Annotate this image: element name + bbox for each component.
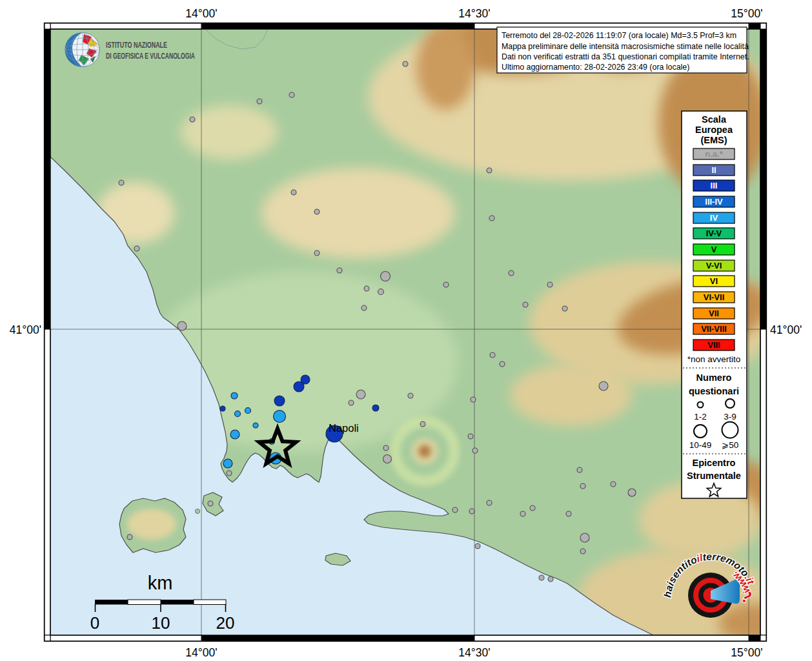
map-data-point-na bbox=[383, 445, 389, 451]
lat-label-right: 41°00' bbox=[770, 323, 802, 336]
info-line-mapdesc: Mappa preliminare delle intensità macros… bbox=[502, 42, 749, 51]
lon-label-top-14-00: 14°00' bbox=[185, 7, 217, 20]
map-data-point-na bbox=[443, 282, 449, 287]
lon-label-bottom-15-00: 15°00' bbox=[731, 646, 762, 659]
map-data-point-na bbox=[487, 168, 492, 173]
scale-tick-20: 20 bbox=[216, 613, 235, 633]
map-data-point-na bbox=[452, 507, 458, 513]
legend-box: Scala Europea (EMS) n.a.* II III III-IV … bbox=[682, 111, 747, 498]
map-area: Napoli km 0 10 20 ? bbox=[50, 13, 789, 646]
info-line-data: Dati non verificati estratti da 351 ques… bbox=[502, 52, 749, 61]
map-data-point-na bbox=[562, 306, 567, 311]
map-data-point-na bbox=[580, 549, 585, 554]
map-data-point-na bbox=[599, 381, 608, 391]
scale-bar-segment bbox=[95, 600, 128, 605]
map-data-point-na bbox=[291, 190, 296, 195]
map-data-point-na bbox=[523, 302, 528, 307]
map-data-point-IV bbox=[223, 459, 232, 468]
map-canvas: Napoli km 0 10 20 ? bbox=[0, 0, 812, 661]
lat-label-left: 41°00' bbox=[10, 323, 41, 336]
lon-label-top-14-30: 14°30' bbox=[458, 7, 490, 20]
map-data-point-na bbox=[577, 467, 582, 473]
map-data-point-na bbox=[134, 246, 139, 251]
info-line-event: Terremoto del 28-02-2026 11:19:07 (ora l… bbox=[502, 31, 736, 40]
map-data-point-na bbox=[314, 209, 320, 214]
legend-title-1: Scala bbox=[702, 114, 727, 125]
legend-footnote: *non avvertito bbox=[687, 354, 741, 364]
legend-swatch-label: III-IV bbox=[705, 197, 723, 207]
map-data-point-na bbox=[383, 455, 392, 463]
map-data-point-na bbox=[487, 500, 492, 505]
map-data-point-na bbox=[471, 397, 476, 402]
map-data-point-na bbox=[178, 321, 187, 330]
ingv-globe-icon bbox=[65, 33, 100, 67]
map-data-point-III bbox=[372, 405, 379, 411]
legend-swatch-label: V-VI bbox=[706, 261, 722, 270]
seismic-intensity-map-page: Napoli km 0 10 20 ? bbox=[0, 0, 812, 661]
legend-swatch-label: II bbox=[711, 165, 716, 175]
map-data-point-na bbox=[566, 511, 571, 516]
map-data-point-na bbox=[490, 352, 495, 358]
scale-bar-segment bbox=[161, 600, 194, 605]
map-data-point-na bbox=[127, 534, 132, 540]
legend-swatch-label: VI bbox=[710, 276, 718, 286]
map-data-point-III bbox=[294, 381, 304, 392]
scale-tick-10: 10 bbox=[152, 613, 170, 633]
legend-size-label-4: ⩾50 bbox=[722, 440, 738, 450]
legend-swatch-label: III bbox=[711, 181, 718, 190]
map-data-point-na bbox=[314, 250, 320, 256]
legend-title-2: Europea bbox=[695, 125, 733, 135]
map-data-point-na bbox=[548, 576, 553, 582]
map-data-point-na bbox=[361, 305, 367, 310]
map-data-point-na bbox=[628, 489, 636, 496]
map-data-point-na bbox=[520, 511, 525, 516]
map-data-point-na bbox=[403, 61, 408, 66]
map-data-point-IV bbox=[230, 430, 239, 439]
scale-bar-segment bbox=[194, 600, 226, 605]
legend-size-label-1: 1-2 bbox=[694, 412, 707, 422]
map-data-point-na bbox=[227, 471, 232, 476]
map-data-point-na bbox=[580, 483, 585, 489]
legend-size-label-3: 10-49 bbox=[689, 440, 712, 450]
lon-label-bottom-14-30: 14°30' bbox=[458, 646, 490, 659]
map-data-point-IV bbox=[274, 411, 286, 423]
legend-size-label-2: 3-9 bbox=[724, 412, 736, 422]
map-data-point-na bbox=[349, 400, 354, 405]
map-data-point-IV bbox=[231, 392, 238, 399]
scale-bar-segment bbox=[128, 600, 161, 605]
map-data-point-na bbox=[500, 361, 505, 367]
vesuvius-crater bbox=[418, 445, 431, 458]
legend-swatch-label: V bbox=[711, 245, 717, 254]
scale-bar-unit: km bbox=[148, 573, 173, 593]
map-data-point-na bbox=[489, 216, 494, 221]
map-data-point-na bbox=[378, 289, 384, 295]
map-data-point-na bbox=[356, 390, 365, 399]
legend-swatch-label: n.a.* bbox=[705, 149, 723, 159]
map-data-point-na bbox=[337, 268, 342, 273]
legend-swatch-label: IV-V bbox=[706, 229, 722, 238]
map-data-point-na bbox=[119, 180, 124, 185]
map-data-point-na bbox=[611, 482, 616, 487]
map-data-point-IV bbox=[245, 408, 251, 414]
map-data-point-na bbox=[364, 286, 369, 291]
lon-label-top-15-00: 15°00' bbox=[731, 7, 762, 20]
ingv-name-line2: DI GEOFISICA E VULCANOLOGIA bbox=[106, 51, 195, 61]
map-data-point-na bbox=[208, 501, 213, 506]
legend-swatch-label: IV bbox=[710, 213, 718, 223]
map-data-point-na bbox=[475, 544, 480, 549]
map-data-point-na bbox=[472, 448, 478, 453]
legend-swatch-label: VII-VIII bbox=[701, 324, 727, 334]
map-data-point-na bbox=[420, 422, 425, 427]
map-data-point-na bbox=[580, 533, 589, 542]
ingv-name-line1: ISTITUTO NAZIONALE bbox=[106, 40, 167, 50]
map-data-point-na bbox=[539, 575, 544, 580]
map-data-point-III bbox=[220, 406, 225, 411]
map-data-point-na bbox=[469, 509, 474, 514]
map-data-point-III bbox=[274, 396, 285, 406]
scale-tick-0: 0 bbox=[90, 613, 99, 633]
map-data-point-IV bbox=[253, 423, 258, 428]
legend-swatch-label: VI-VII bbox=[704, 292, 725, 302]
map-data-point-IV bbox=[235, 411, 241, 417]
earthquake-info-box: Terremoto del 28-02-2026 11:19:07 (ora l… bbox=[497, 27, 749, 73]
map-data-point-na bbox=[408, 393, 413, 398]
